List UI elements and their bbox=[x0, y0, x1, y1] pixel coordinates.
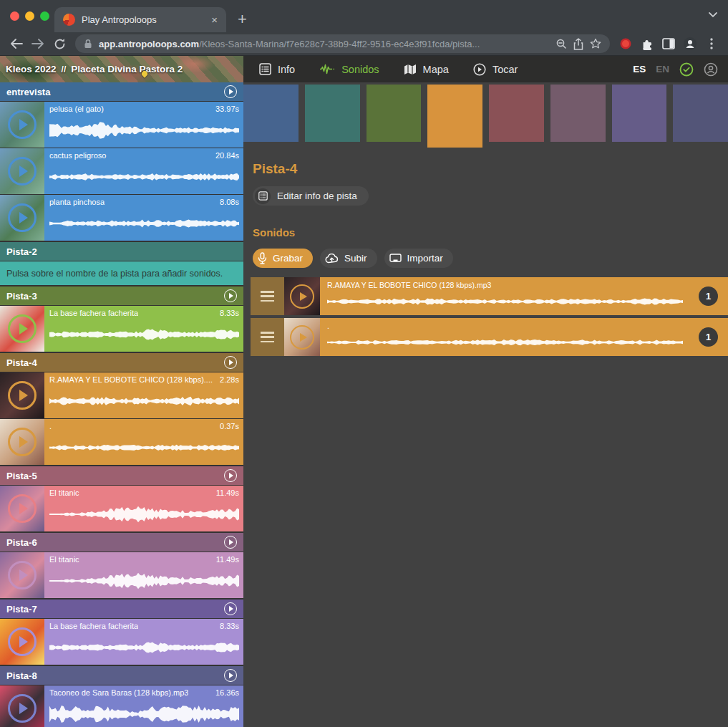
minimize-window-button[interactable] bbox=[25, 11, 34, 21]
track-title: entrevista bbox=[6, 87, 50, 97]
edit-track-info-label: Editar info de pista bbox=[277, 191, 357, 201]
sound-item[interactable]: planta pinchosa8.08s bbox=[0, 195, 243, 241]
track-tab-4[interactable] bbox=[427, 85, 482, 148]
sound-thumbnail[interactable] bbox=[0, 195, 44, 241]
sound-thumbnail[interactable] bbox=[0, 148, 44, 194]
sound-item[interactable]: La base fachera facherita8.33s bbox=[0, 306, 243, 352]
sound-thumbnail[interactable] bbox=[0, 486, 44, 531]
sound-thumbnail[interactable] bbox=[0, 419, 44, 465]
sound-item-meta: La base fachera facherita8.33s bbox=[49, 309, 239, 318]
sidebar-track-header[interactable]: Pista-5 bbox=[0, 466, 243, 485]
lock-icon bbox=[84, 39, 92, 49]
reload-icon[interactable] bbox=[49, 34, 69, 54]
track-tab-6[interactable] bbox=[550, 85, 606, 142]
play-overlay-icon[interactable] bbox=[8, 627, 37, 656]
tab-search-chevron-icon[interactable] bbox=[708, 11, 718, 18]
track-play-icon[interactable] bbox=[224, 536, 237, 549]
sound-item[interactable]: La base fachera facherita8.33s bbox=[0, 619, 243, 665]
browser-tab[interactable]: Play Antropoloops × bbox=[54, 7, 226, 32]
sound-thumbnail[interactable] bbox=[0, 102, 44, 148]
sound-thumbnail[interactable] bbox=[0, 685, 44, 727]
play-triangle bbox=[229, 673, 233, 678]
track-play-icon[interactable] bbox=[224, 356, 237, 369]
sound-thumbnail[interactable] bbox=[0, 372, 44, 418]
sound-thumbnail[interactable] bbox=[0, 306, 44, 352]
sound-thumbnail[interactable] bbox=[284, 277, 320, 315]
play-overlay-icon[interactable] bbox=[8, 694, 37, 723]
sidebar-track-header[interactable]: Pista-6 bbox=[0, 533, 243, 552]
check-circle-icon[interactable] bbox=[679, 62, 694, 77]
share-icon[interactable] bbox=[573, 38, 583, 50]
sound-item[interactable]: El titanic11.49s bbox=[0, 486, 243, 531]
sidebar-track-header[interactable]: Pista-7 bbox=[0, 600, 243, 618]
sound-row[interactable]: .1 bbox=[251, 318, 728, 356]
track-tab-1[interactable] bbox=[243, 85, 299, 142]
sidebar-track-header[interactable]: entrevista bbox=[0, 82, 243, 101]
lang-es-button[interactable]: ES bbox=[633, 64, 646, 74]
sound-thumbnail[interactable] bbox=[0, 619, 44, 665]
bookmark-star-icon[interactable] bbox=[590, 38, 601, 49]
address-bar[interactable]: app.antropoloops.com/Kleos-Santa-Marina/… bbox=[75, 34, 610, 53]
sound-item[interactable]: Taconeo de Sara Baras (128 kbps).mp316.3… bbox=[0, 685, 243, 727]
nav-item-sonidos[interactable]: Sonidos bbox=[319, 64, 379, 75]
edit-track-info-button[interactable]: Editar info de pista bbox=[253, 186, 369, 206]
back-icon[interactable] bbox=[6, 34, 26, 54]
sound-thumbnail[interactable] bbox=[284, 318, 320, 356]
lang-en-button[interactable]: EN bbox=[656, 64, 669, 74]
sound-item[interactable]: El titanic11.49s bbox=[0, 552, 243, 598]
zoom-out-icon[interactable] bbox=[555, 38, 567, 49]
sidebar-track-header[interactable]: Pista-2 bbox=[0, 242, 243, 261]
track-tab-7[interactable] bbox=[612, 85, 667, 142]
track-tab-5[interactable] bbox=[489, 85, 544, 142]
drag-handle[interactable] bbox=[251, 277, 284, 315]
sidebar-track-header[interactable]: Pista-8 bbox=[0, 666, 243, 685]
play-overlay-icon[interactable] bbox=[290, 284, 314, 309]
play-overlay-icon[interactable] bbox=[8, 110, 37, 139]
play-overlay-icon[interactable] bbox=[8, 203, 37, 232]
track-play-icon[interactable] bbox=[224, 85, 237, 98]
nav-item-mapa[interactable]: Mapa bbox=[404, 64, 449, 75]
sound-item[interactable]: R.AMAYA Y EL BOBOTE CHICO (128 kbps)....… bbox=[0, 372, 243, 418]
play-overlay-icon[interactable] bbox=[8, 314, 37, 343]
close-window-button[interactable] bbox=[10, 11, 19, 21]
track-play-icon[interactable] bbox=[224, 602, 237, 615]
track-tab-8[interactable] bbox=[673, 85, 728, 142]
account-icon[interactable] bbox=[704, 62, 718, 77]
play-overlay-icon[interactable] bbox=[290, 325, 314, 350]
import-button[interactable]: Importar bbox=[384, 249, 453, 268]
nav-item-info[interactable]: Info bbox=[259, 63, 295, 75]
sound-thumbnail[interactable] bbox=[0, 552, 44, 598]
side-panel-icon[interactable] bbox=[659, 34, 679, 54]
profile-avatar[interactable] bbox=[680, 34, 700, 54]
play-overlay-icon[interactable] bbox=[8, 494, 37, 523]
play-overlay-icon[interactable] bbox=[8, 428, 37, 456]
play-overlay-icon[interactable] bbox=[8, 157, 37, 186]
sound-item[interactable]: .0.37s bbox=[0, 419, 243, 465]
record-extension-icon[interactable] bbox=[616, 34, 636, 54]
breadcrumb-project[interactable]: Kleos 2022 bbox=[6, 64, 57, 74]
extensions-puzzle-icon[interactable] bbox=[637, 34, 657, 54]
sidebar-track-header[interactable]: Pista-4 bbox=[0, 353, 243, 372]
drag-handle[interactable] bbox=[251, 318, 284, 356]
menu-kebab-icon[interactable] bbox=[702, 34, 722, 54]
sound-item[interactable]: pelusa (el gato)33.97s bbox=[0, 102, 243, 148]
sound-name: cactus peligroso bbox=[49, 151, 107, 160]
zoom-window-button[interactable] bbox=[40, 11, 49, 21]
new-tab-button[interactable]: + bbox=[238, 11, 247, 27]
play-overlay-icon[interactable] bbox=[8, 561, 37, 589]
sound-row[interactable]: R.AMAYA Y EL BOBOTE CHICO (128 kbps).mp3… bbox=[251, 277, 728, 315]
sound-item[interactable]: cactus peligroso20.84s bbox=[0, 148, 243, 194]
track-play-icon[interactable] bbox=[224, 289, 237, 302]
play-overlay-icon[interactable] bbox=[8, 381, 37, 410]
record-button[interactable]: Grabar bbox=[253, 249, 313, 268]
breadcrumb[interactable]: Kleos 2022 // Placeta Divina Pastora 2 bbox=[0, 56, 243, 82]
forward-icon[interactable] bbox=[28, 34, 48, 54]
nav-item-tocar[interactable]: Tocar bbox=[473, 63, 518, 76]
sidebar-track-header[interactable]: Pista-3 bbox=[0, 287, 243, 305]
upload-button[interactable]: Subir bbox=[320, 249, 377, 268]
track-tab-3[interactable] bbox=[367, 85, 422, 142]
track-play-icon[interactable] bbox=[224, 469, 237, 482]
tab-close-icon[interactable]: × bbox=[211, 14, 218, 25]
track-play-icon[interactable] bbox=[224, 669, 237, 682]
track-tab-2[interactable] bbox=[305, 85, 360, 142]
